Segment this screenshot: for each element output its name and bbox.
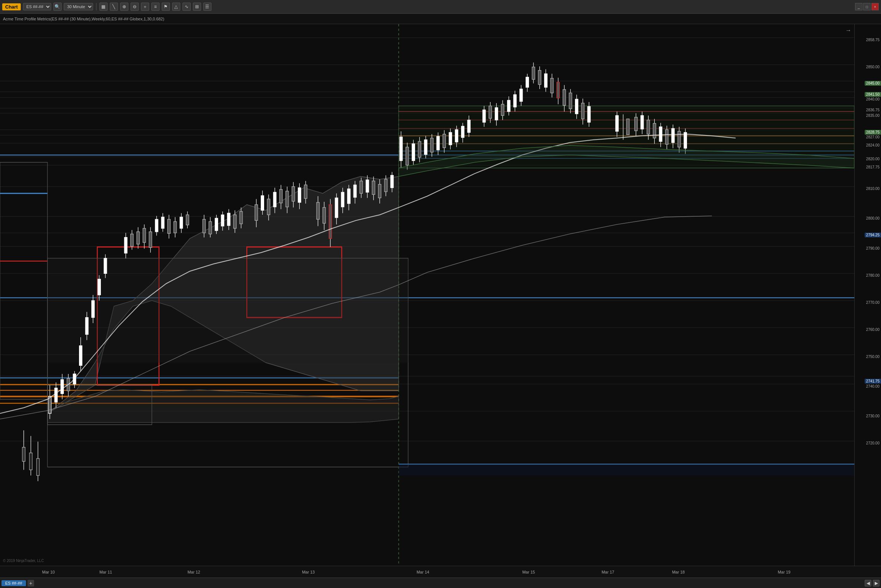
timeframe-selector[interactable]: 30 Minute (64, 3, 93, 10)
add-tab-button[interactable]: + (27, 580, 34, 586)
bar-type-icon[interactable]: ▦ (99, 3, 108, 11)
svg-rect-190 (508, 100, 511, 111)
svg-rect-140 (341, 192, 344, 207)
svg-rect-82 (136, 232, 139, 244)
svg-rect-194 (520, 89, 523, 101)
svg-rect-124 (286, 191, 289, 207)
svg-rect-188 (501, 104, 504, 116)
svg-rect-98 (186, 215, 189, 225)
svg-rect-148 (366, 180, 369, 192)
svg-rect-68 (79, 346, 82, 365)
time-label-mar14: Mar 14 (417, 570, 429, 574)
svg-rect-202 (545, 74, 547, 87)
nav-right-button[interactable]: ▶ (873, 580, 880, 586)
svg-rect-92 (168, 219, 171, 233)
svg-rect-204 (550, 78, 553, 93)
strategy-icon[interactable]: ⚑ (162, 3, 170, 11)
svg-rect-80 (130, 234, 133, 246)
zoom-in-icon[interactable]: ⊕ (120, 3, 128, 11)
drawing-tools-icon[interactable]: △ (172, 3, 180, 11)
chart-tab[interactable]: ES ##-## (1, 580, 26, 586)
price-label-2835: 2835.00 (866, 114, 881, 118)
svg-rect-236 (678, 131, 681, 147)
time-label-mar10: Mar 10 (42, 570, 55, 574)
svg-rect-200 (538, 70, 541, 85)
svg-rect-39 (48, 258, 408, 363)
scroll-right-arrow[interactable]: → (845, 27, 851, 34)
svg-rect-182 (482, 110, 485, 122)
svg-rect-52 (22, 447, 25, 462)
search-icon[interactable]: 🔍 (53, 3, 61, 11)
svg-rect-216 (587, 106, 590, 122)
svg-rect-122 (280, 190, 283, 203)
svg-rect-142 (348, 189, 351, 204)
chart-canvas (0, 24, 854, 566)
svg-rect-146 (360, 181, 363, 193)
price-label-284150: 2841.50 (865, 92, 881, 97)
svg-rect-164 (418, 141, 421, 157)
price-label-282875: 2828.75 (865, 130, 881, 135)
svg-rect-114 (255, 205, 258, 221)
price-label-2770: 2770.00 (866, 300, 881, 304)
svg-rect-100 (202, 219, 205, 233)
options-icon[interactable]: ☰ (203, 3, 211, 11)
close-button[interactable]: × (871, 3, 879, 10)
chart-info-text: Acme Time Profile Metrics(ES ##-## (30 M… (3, 17, 164, 21)
svg-rect-130 (304, 185, 307, 198)
restore-button[interactable]: □ (863, 3, 871, 10)
svg-rect-128 (298, 188, 301, 202)
svg-rect-162 (412, 144, 415, 160)
time-label-mar17: Mar 17 (602, 570, 614, 574)
wave-icon[interactable]: ∿ (183, 3, 191, 11)
main-content: → © 2019 NinjaTrader, LLC (0, 24, 881, 566)
svg-rect-238 (684, 132, 687, 148)
symbol-selector[interactable]: ES ##-## (23, 3, 51, 10)
price-label-2827: 2827.00 (866, 135, 881, 139)
svg-rect-226 (647, 120, 650, 134)
price-label-2790: 2790.00 (866, 246, 881, 250)
minimize-button[interactable]: _ (855, 3, 863, 10)
svg-rect-160 (406, 147, 409, 165)
time-label-mar11: Mar 11 (99, 570, 112, 574)
price-label-2824: 2824.00 (866, 143, 881, 147)
svg-rect-156 (391, 176, 394, 188)
price-label-285875: 2858.75 (866, 38, 881, 42)
draw-tool-icon[interactable]: ╲ (110, 3, 118, 11)
svg-rect-196 (526, 77, 529, 87)
svg-rect-224 (641, 116, 644, 129)
indicator-list-icon[interactable]: ≡ (151, 3, 159, 11)
svg-rect-198 (532, 67, 535, 80)
price-label-2720: 2720.00 (866, 441, 881, 445)
panel-icon[interactable]: ⊞ (193, 3, 201, 11)
time-axis: Mar 10 Mar 11 Mar 12 Mar 13 Mar 14 Mar 1… (0, 566, 881, 578)
zoom-out-icon[interactable]: ⊖ (130, 3, 139, 11)
svg-rect-78 (124, 237, 127, 254)
toolbar-separator-1 (96, 3, 96, 10)
nav-left-button[interactable]: ◀ (865, 580, 871, 586)
time-label-mar15: Mar 15 (522, 570, 535, 574)
svg-rect-214 (581, 103, 584, 119)
svg-rect-116 (261, 195, 264, 210)
svg-rect-132 (316, 202, 319, 220)
svg-rect-76 (104, 258, 107, 273)
price-label-283675: 2836.75 (866, 108, 881, 112)
svg-rect-152 (378, 184, 381, 198)
chart-area[interactable]: → © 2019 NinjaTrader, LLC (0, 24, 854, 566)
svg-rect-112 (240, 212, 243, 224)
window-controls: _ □ × (855, 3, 879, 10)
add-indicator-icon[interactable]: ＋ (141, 3, 149, 11)
svg-rect-84 (143, 228, 146, 243)
svg-rect-230 (659, 127, 662, 142)
title-bar: Chart ES ##-## 🔍 30 Minute ▦ ╲ ⊕ ⊖ ＋ ≡ ⚑… (0, 0, 881, 14)
svg-marker-35 (48, 390, 399, 423)
svg-rect-118 (267, 199, 270, 215)
svg-rect-180 (467, 120, 470, 132)
svg-rect-166 (424, 140, 427, 155)
svg-rect-138 (335, 198, 338, 218)
svg-rect-108 (228, 213, 230, 225)
time-label-mar18: Mar 18 (672, 570, 685, 574)
svg-rect-168 (430, 138, 433, 152)
svg-rect-158 (400, 137, 403, 160)
info-bar: Acme Time Profile Metrics(ES ##-## (30 M… (0, 14, 881, 24)
time-label-mar12: Mar 12 (187, 570, 200, 574)
